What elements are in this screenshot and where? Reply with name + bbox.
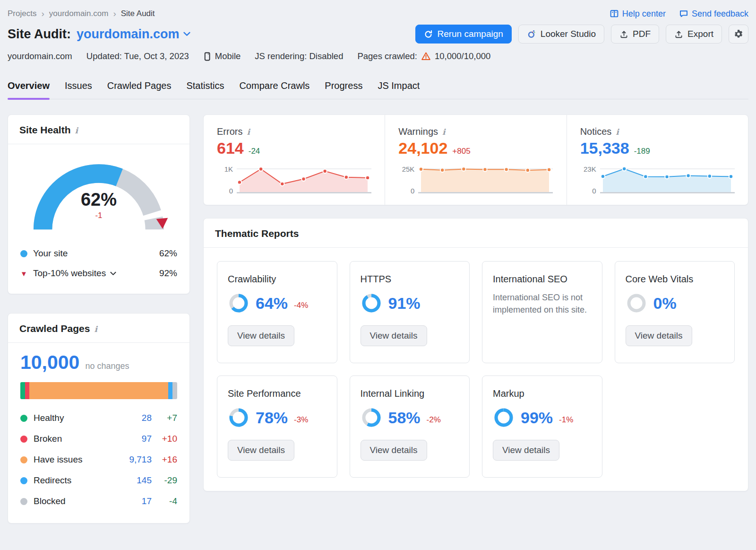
warnings-label: Warnings <box>398 126 438 137</box>
meta-device: Mobile <box>203 51 241 61</box>
internal-linking-score: 58% <box>388 409 421 427</box>
notices-label: Notices <box>580 126 612 137</box>
your-site-dot-icon <box>20 250 27 257</box>
notices-section: Notices i 15,338 -189 23K 0 <box>567 115 748 205</box>
benchmark-triangle-icon: ▼ <box>20 270 27 278</box>
crawled-pages-stacked-bar <box>20 382 177 399</box>
chevron-down-icon <box>183 32 190 36</box>
meta-pages-crawled-value: 10,000/10,000 <box>435 51 490 61</box>
export-label: Export <box>687 29 713 39</box>
crawled-pages-header: Crawled Pages i <box>8 314 189 343</box>
core-web-vitals-view-details-button[interactable]: View details <box>626 325 692 346</box>
info-icon[interactable]: i <box>94 324 97 333</box>
notices-y-axis: 23K 0 <box>580 165 596 195</box>
errors-section: Errors i 614 -24 1K 0 <box>204 115 385 205</box>
breadcrumb-projects[interactable]: Projects <box>8 9 36 18</box>
healthy-value[interactable]: 28 <box>121 413 152 423</box>
site-health-title: Site Health <box>19 124 71 136</box>
meta-pages-crawled-label: Pages crawled: <box>357 51 417 61</box>
internal-linking-view-details-button[interactable]: View details <box>361 440 427 461</box>
meta-js-rendering: JS rendering: Disabled <box>255 51 343 61</box>
breadcrumb-domain[interactable]: yourdomain.com <box>49 9 109 18</box>
rerun-campaign-label: Rerun campaign <box>437 29 503 39</box>
site-performance-card: Site Performance 78% -3% View details <box>217 375 337 478</box>
errors-y-axis: 1K 0 <box>217 165 233 195</box>
export-button[interactable]: Export <box>666 25 722 44</box>
thematic-reports-grid: Crawlability 64% -4% View details HTTPS … <box>204 248 748 491</box>
blocked-change: -4 <box>152 496 177 506</box>
warnings-y-axis: 25K 0 <box>398 165 414 195</box>
domain-selector[interactable]: yourdomain.com <box>77 27 190 42</box>
tab-issues[interactable]: Issues <box>65 80 92 99</box>
broken-label: Broken <box>34 434 62 444</box>
markup-card: Markup 99% -1% View details <box>482 375 602 478</box>
errors-value[interactable]: 614 <box>217 139 244 157</box>
warnings-value[interactable]: 24,102 <box>398 139 447 157</box>
pdf-button[interactable]: PDF <box>611 25 659 44</box>
thematic-reports-header: Thematic Reports <box>204 218 748 248</box>
healthy-dot-icon <box>20 415 27 422</box>
tab-js-impact[interactable]: JS Impact <box>378 80 420 99</box>
mobile-phone-icon <box>203 52 211 61</box>
looker-studio-button[interactable]: Looker Studio <box>518 25 604 44</box>
your-site-label: Your site <box>33 248 68 259</box>
blocked-value[interactable]: 17 <box>121 496 152 506</box>
healthy-change: +7 <box>152 413 177 423</box>
site-health-card: Site Health i 62% -1 Your site 62% <box>8 114 190 294</box>
international-seo-card: International SEO International SEO is n… <box>482 261 602 363</box>
redirects-label: Redirects <box>34 475 71 486</box>
tab-compare-crawls[interactable]: Compare Crawls <box>239 80 309 99</box>
site-performance-view-details-button[interactable]: View details <box>228 440 294 461</box>
redirects-value[interactable]: 145 <box>121 475 152 486</box>
international-seo-message: International SEO is not implemented on … <box>493 291 590 316</box>
international-seo-title: International SEO <box>493 274 592 285</box>
gauge-change: -1 <box>8 211 189 220</box>
chevron-down-icon[interactable] <box>110 271 116 276</box>
internal-linking-card: Internal Linking 58% -2% View details <box>350 375 470 478</box>
title-group: Site Audit: yourdomain.com <box>8 27 190 42</box>
have-issues-value[interactable]: 9,713 <box>121 454 152 465</box>
broken-value[interactable]: 97 <box>121 434 152 444</box>
site-health-legend: Your site 62% ▼ Top-10% websites 92% <box>8 241 189 294</box>
help-center-label: Help center <box>622 9 666 19</box>
notices-value[interactable]: 15,338 <box>580 139 629 157</box>
top10-value: 92% <box>159 268 177 279</box>
info-icon[interactable]: i <box>75 126 78 135</box>
legend-row-top10[interactable]: ▼ Top-10% websites 92% <box>20 263 177 283</box>
legend-row-healthy: Healthy 28 +7 <box>20 408 177 428</box>
crawlability-view-details-button[interactable]: View details <box>228 325 294 346</box>
warning-triangle-icon <box>421 52 431 61</box>
warnings-change: +805 <box>452 147 470 156</box>
crawlability-title: Crawlability <box>228 274 326 285</box>
upload-icon <box>619 30 628 39</box>
crawled-pages-note: no changes <box>85 361 129 371</box>
markup-view-details-button[interactable]: View details <box>493 440 559 461</box>
send-feedback-link[interactable]: Send feedback <box>679 9 748 19</box>
info-icon[interactable]: i <box>616 127 619 136</box>
tab-crawled-pages[interactable]: Crawled Pages <box>107 80 172 99</box>
internal-linking-change: -2% <box>427 415 441 425</box>
info-icon[interactable]: i <box>247 127 249 136</box>
internal-linking-donut-chart <box>361 407 382 428</box>
markup-title: Markup <box>493 388 592 399</box>
page-title: Site Audit: <box>8 27 71 42</box>
info-icon[interactable]: i <box>442 127 445 136</box>
issues-summary-card: Errors i 614 -24 1K 0 <box>203 114 748 205</box>
speech-bubble-icon <box>679 9 688 18</box>
domain-selector-label: yourdomain.com <box>77 27 180 42</box>
legend-row-blocked: Blocked 17 -4 <box>20 491 177 512</box>
rerun-campaign-button[interactable]: Rerun campaign <box>415 25 511 44</box>
report-tabs: Overview Issues Crawled Pages Statistics… <box>8 80 748 99</box>
site-performance-donut-chart <box>228 407 249 428</box>
thematic-reports-title: Thematic Reports <box>215 228 299 239</box>
https-view-details-button[interactable]: View details <box>361 325 427 346</box>
settings-button[interactable] <box>729 25 748 44</box>
title-row: Site Audit: yourdomain.com Rerun campaig… <box>8 25 748 44</box>
blocked-dot-icon <box>20 498 27 505</box>
core-web-vitals-score: 0% <box>653 294 677 313</box>
tab-overview[interactable]: Overview <box>8 80 50 99</box>
top10-label: Top-10% websites <box>33 268 106 279</box>
tab-statistics[interactable]: Statistics <box>186 80 224 99</box>
help-center-link[interactable]: Help center <box>610 9 666 19</box>
tab-progress[interactable]: Progress <box>325 80 362 99</box>
